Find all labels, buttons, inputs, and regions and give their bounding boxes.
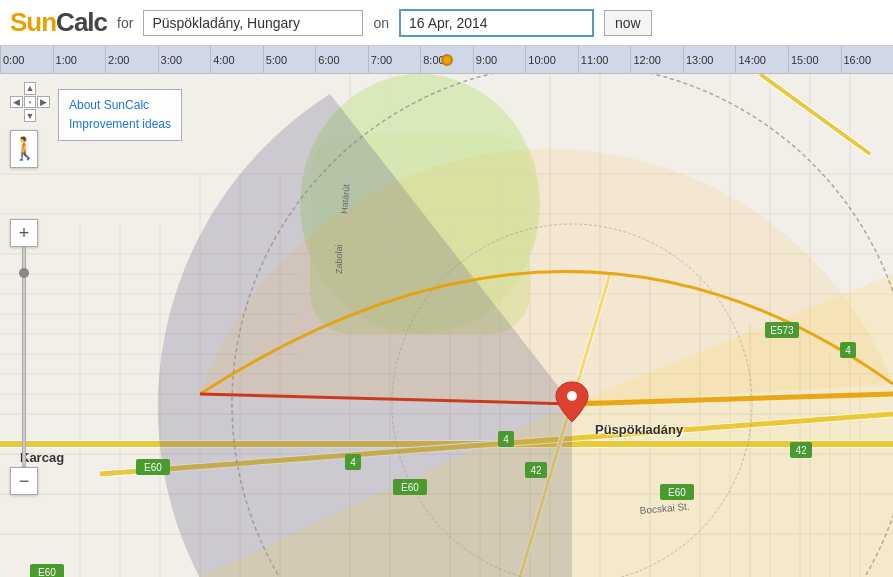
time-label-1200[interactable]: 12:00: [630, 46, 683, 73]
on-label: on: [373, 15, 389, 31]
time-label-1400[interactable]: 14:00: [735, 46, 788, 73]
svg-text:Zabolai: Zabolai: [334, 244, 344, 274]
time-label-900[interactable]: 9:00: [473, 46, 526, 73]
time-label-100[interactable]: 1:00: [53, 46, 106, 73]
zoom-controls: + −: [10, 219, 38, 495]
nav-cross: ▲ ◀ ● ▶ ▼: [10, 82, 50, 122]
header: SunCalc for on now: [0, 0, 893, 46]
svg-text:E60: E60: [144, 462, 162, 473]
time-label-000[interactable]: 0:00: [0, 46, 53, 73]
zoom-slider-track[interactable]: [22, 247, 26, 467]
svg-text:Püspökladány: Püspökladány: [595, 422, 684, 437]
svg-text:42: 42: [795, 445, 807, 456]
time-label-200[interactable]: 2:00: [105, 46, 158, 73]
map-nav-controls: ▲ ◀ ● ▶ ▼ 🚶: [10, 82, 50, 168]
map-container[interactable]: E573 4 4 4 E60 E60 E60 42 42 Püspökladán…: [0, 74, 893, 577]
map-svg: E573 4 4 4 E60 E60 E60 42 42 Püspökladán…: [0, 74, 893, 577]
pegman-button[interactable]: 🚶: [10, 130, 38, 168]
time-label-300[interactable]: 3:00: [158, 46, 211, 73]
nav-down-button[interactable]: ▼: [24, 109, 37, 122]
time-label-1100[interactable]: 11:00: [578, 46, 631, 73]
nav-center-button[interactable]: ●: [24, 96, 37, 109]
time-label-400[interactable]: 4:00: [210, 46, 263, 73]
now-button[interactable]: now: [604, 10, 652, 36]
time-label-600[interactable]: 6:00: [315, 46, 368, 73]
date-input[interactable]: [399, 9, 594, 37]
time-label-500[interactable]: 5:00: [263, 46, 316, 73]
svg-text:4: 4: [350, 457, 356, 468]
time-label-1600[interactable]: 16:00: [841, 46, 894, 73]
svg-text:E60: E60: [401, 482, 419, 493]
logo-calc: Calc: [56, 7, 107, 37]
logo: SunCalc: [10, 7, 107, 38]
svg-text:E573: E573: [770, 325, 794, 336]
svg-text:4: 4: [503, 434, 509, 445]
nav-up-button[interactable]: ▲: [24, 82, 37, 95]
nav-right-button[interactable]: ▶: [37, 96, 50, 109]
time-label-1500[interactable]: 15:00: [788, 46, 841, 73]
zoom-out-button[interactable]: −: [10, 467, 38, 495]
timebar[interactable]: 0:001:002:003:004:005:006:007:008:009:00…: [0, 46, 893, 74]
svg-text:42: 42: [530, 465, 542, 476]
nav-empty-tr: [37, 82, 50, 95]
time-label-700[interactable]: 7:00: [368, 46, 421, 73]
info-box: About SunCalc Improvement ideas: [58, 89, 182, 141]
svg-text:E60: E60: [668, 487, 686, 498]
location-input[interactable]: [143, 10, 363, 36]
time-cursor-dot: [441, 54, 453, 66]
logo-sun: Sun: [10, 7, 56, 37]
time-label-1300[interactable]: 13:00: [683, 46, 736, 73]
time-label-1000[interactable]: 10:00: [525, 46, 578, 73]
zoom-slider-thumb[interactable]: [19, 268, 29, 278]
improvement-ideas-link[interactable]: Improvement ideas: [69, 115, 171, 134]
nav-empty-bl: [10, 109, 23, 122]
about-suncalc-link[interactable]: About SunCalc: [69, 96, 171, 115]
nav-empty-br: [37, 109, 50, 122]
svg-text:E60: E60: [38, 567, 56, 577]
nav-left-button[interactable]: ◀: [10, 96, 23, 109]
svg-point-54: [567, 391, 577, 401]
for-label: for: [117, 15, 133, 31]
nav-empty-tl: [10, 82, 23, 95]
zoom-in-button[interactable]: +: [10, 219, 38, 247]
svg-text:4: 4: [845, 345, 851, 356]
